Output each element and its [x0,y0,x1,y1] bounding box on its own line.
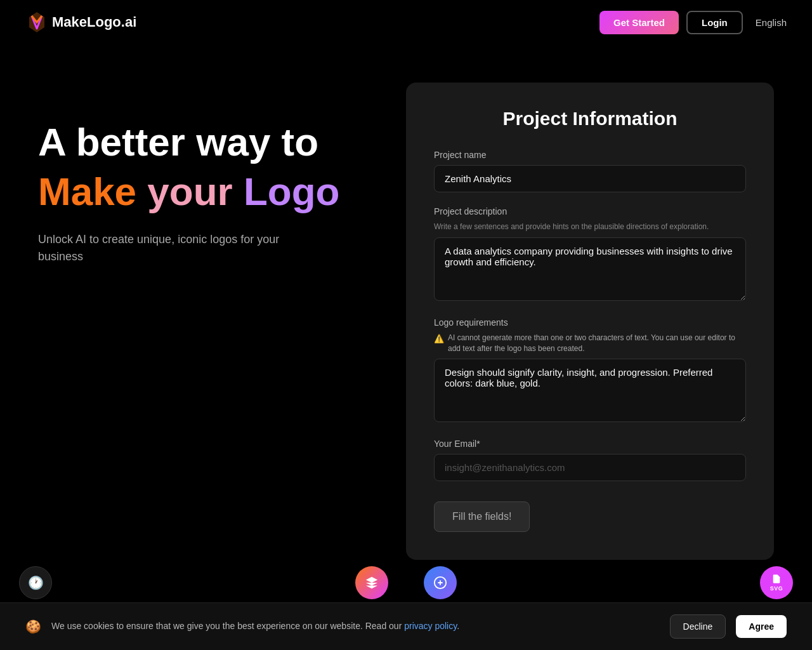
fab-center-1-icon [365,576,379,590]
email-group: Your Email* [434,439,746,481]
cookie-text: We use cookies to ensure that we give yo… [51,620,660,633]
login-button[interactable]: Login [686,11,743,34]
project-description-textarea[interactable] [434,237,746,301]
language-selector[interactable]: English [756,17,787,28]
warning-icon: ⚠️ [434,333,444,345]
cookie-decline-button[interactable]: Decline [670,614,726,639]
hero-title-gradient: Make your Logo [38,170,381,213]
project-description-label: Project description [434,206,746,216]
logo-requirements-warning-text: AI cannot generate more than one or two … [448,333,746,354]
logo-requirements-group: Logo requirements ⚠️ AI cannot generate … [434,317,746,425]
logo[interactable]: MakeLogo.ai [25,11,136,34]
project-name-group: Project name [434,150,746,192]
project-name-input[interactable] [434,165,746,192]
form-title: Project Information [434,108,746,129]
clock-fab[interactable]: 🕐 [19,566,52,599]
svg-fab[interactable]: SVG [760,566,793,599]
clock-icon: 🕐 [28,575,44,590]
gradient-fab-2[interactable] [424,566,457,599]
project-description-sublabel: Write a few sentences and provide hints … [434,222,746,232]
project-name-label: Project name [434,150,746,160]
svg-fab-label: SVG [770,585,783,592]
main-content: A better way to Make your Logo Unlock AI… [0,44,812,598]
left-panel: A better way to Make your Logo Unlock AI… [38,83,381,265]
email-label: Your Email* [434,439,746,449]
nav-right: Get Started Login English [599,11,787,34]
site-header: MakeLogo.ai Get Started Login English [0,0,812,44]
gradient-fab-1[interactable] [355,566,388,599]
logo-text: MakeLogo.ai [52,14,136,30]
hero-subtitle: Unlock AI to create unique, iconic logos… [38,231,304,265]
email-input[interactable] [434,454,746,481]
privacy-policy-link[interactable]: privacy policy [404,621,457,631]
makelogo-icon [25,11,48,34]
logo-requirements-warning: ⚠️ AI cannot generate more than one or t… [434,333,746,354]
hero-title-line1: A better way to [38,121,381,164]
cookie-icon: 🍪 [25,619,41,634]
submit-button[interactable]: Fill the fields! [434,501,530,532]
project-description-group: Project description Write a few sentence… [434,206,746,303]
get-started-button[interactable]: Get Started [599,11,679,34]
logo-requirements-label: Logo requirements [434,317,746,328]
cookie-banner: 🍪 We use cookies to ensure that we give … [0,602,812,650]
fab-center-2-icon [433,576,447,590]
hero-word-your: your [147,169,232,213]
hero-word-logo: Logo [244,169,340,213]
hero-word-make: Make [38,169,136,213]
cookie-agree-button[interactable]: Agree [736,615,787,638]
project-form-panel: Project Information Project name Project… [406,83,774,560]
svg-icon [771,574,782,584]
logo-requirements-textarea[interactable] [434,359,746,422]
